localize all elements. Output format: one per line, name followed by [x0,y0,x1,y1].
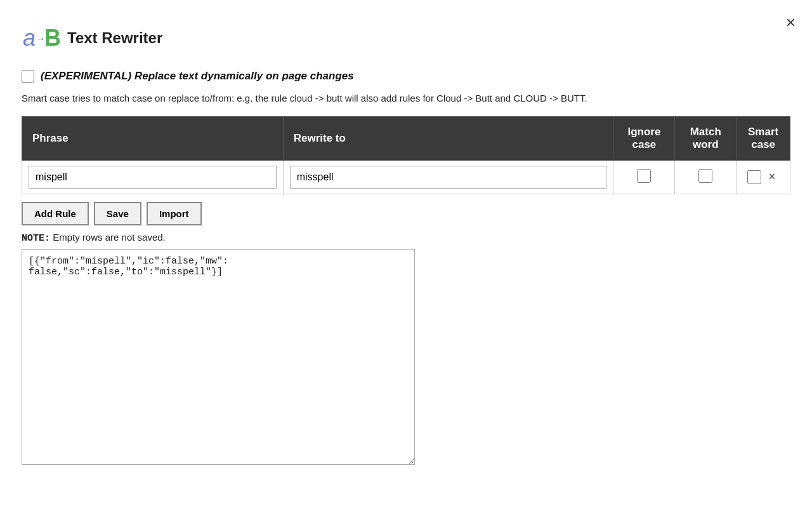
app-logo-icon: a → B [22,19,60,57]
rewrite-cell [283,160,613,194]
ignore-case-cell [613,160,675,194]
experimental-label: (EXPERIMENTAL) Replace text dynamically … [41,70,354,83]
smart-case-header: Smart case [737,116,790,160]
ignore-case-checkbox[interactable] [637,169,651,183]
rules-table: Phrase Rewrite to Ignore case Match word… [22,116,790,194]
table-row: × [22,160,790,194]
phrase-cell [22,160,284,194]
smart-case-checkbox[interactable] [747,170,761,184]
dialog: × a → B Text Rewriter (EXPERIMENTAL) Rep… [6,6,806,480]
experimental-checkbox[interactable] [22,70,34,83]
experimental-row: (EXPERIMENTAL) Replace text dynamically … [22,70,790,83]
app-title: Text Rewriter [67,29,162,47]
header: a → B Text Rewriter [22,19,790,57]
match-word-cell [675,160,737,194]
ignore-case-header: Ignore case [613,116,675,160]
rewrite-input[interactable] [290,166,607,189]
note-text: NOTE: Empty rows are not saved. [22,232,790,244]
note-label: NOTE: [22,233,50,244]
delete-rule-button[interactable]: × [765,169,780,185]
import-button[interactable]: Import [147,202,202,225]
action-buttons: Add Rule Save Import [22,202,790,225]
table-header-row: Phrase Rewrite to Ignore case Match word… [22,116,790,160]
rewrite-to-header: Rewrite to [283,116,613,160]
match-word-checkbox[interactable] [698,169,712,183]
smart-case-cell: × [737,160,790,194]
close-button[interactable]: × [786,14,796,30]
svg-text:B: B [44,25,60,51]
match-word-header: Match word [675,116,737,160]
note-content: Empty rows are not saved. [50,232,166,243]
add-rule-button[interactable]: Add Rule [22,202,89,225]
description-text: Smart case tries to match case on replac… [22,91,790,106]
svg-text:a: a [23,25,36,51]
json-textarea[interactable] [22,249,415,465]
phrase-input[interactable] [29,166,277,189]
phrase-header: Phrase [22,116,284,160]
save-button[interactable]: Save [94,202,141,225]
